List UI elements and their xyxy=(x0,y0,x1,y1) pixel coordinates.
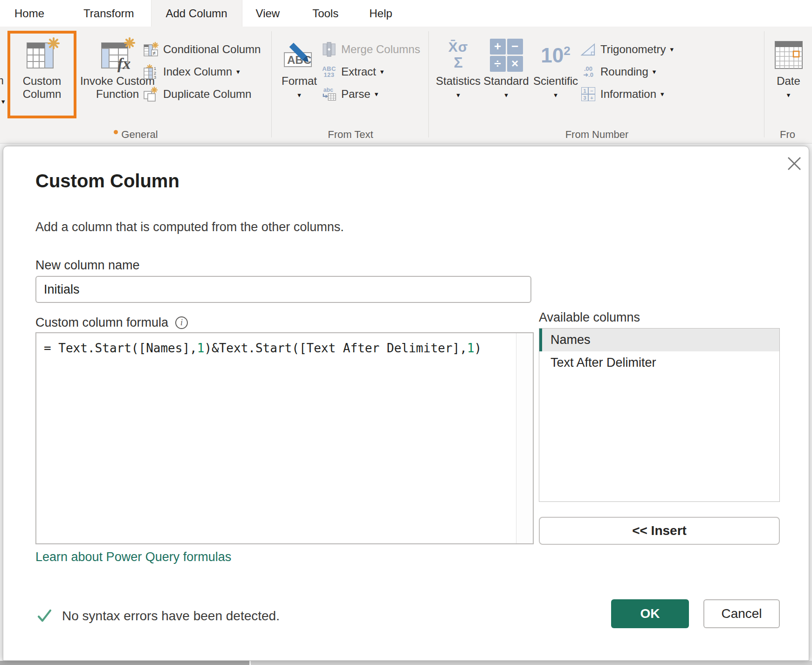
date-button[interactable]: Date ▾ xyxy=(765,27,812,134)
trigonometry-button[interactable]: Trigonometry ▾ xyxy=(581,41,674,58)
statistics-icon: X̄σΣ xyxy=(432,38,484,72)
scientific-button[interactable]: 102 Scientific ▾ xyxy=(531,27,580,134)
chevron-down-icon: ▾ xyxy=(531,91,580,99)
standard-label: Standard xyxy=(482,75,531,88)
svg-text:≠: ≠ xyxy=(153,50,156,56)
annotation-dot xyxy=(114,130,118,134)
conditional-column-label: Conditional Column xyxy=(163,43,261,56)
parse-icon: abc xyxy=(322,87,337,102)
chevron-down-icon: ▾ xyxy=(653,68,656,76)
info-icon[interactable]: i xyxy=(175,316,188,329)
ribbon-group-from-number: X̄σΣ Statistics ▾ +−÷× Standard ▾ 102 Sc… xyxy=(429,27,764,143)
conditional-column-icon: ≠ xyxy=(144,42,158,57)
svg-text:3: 3 xyxy=(154,75,156,79)
insert-button[interactable]: << Insert xyxy=(539,517,780,545)
duplicate-column-icon xyxy=(144,87,158,102)
index-column-label: Index Column xyxy=(163,65,232,78)
svg-text:1: 1 xyxy=(154,66,156,71)
close-icon xyxy=(786,156,802,171)
chevron-down-icon: ▾ xyxy=(482,91,531,99)
formula-editor[interactable]: = Text.Start([Names],1)&Text.Start([Text… xyxy=(35,332,534,544)
new-column-name-label: New column name xyxy=(35,258,140,273)
date-calendar-icon xyxy=(765,38,812,72)
extract-label: Extract xyxy=(341,65,376,78)
tab-transform[interactable]: Transform xyxy=(83,0,134,27)
tab-add-column[interactable]: Add Column xyxy=(151,0,242,27)
chevron-down-icon: ▾ xyxy=(277,91,322,99)
group-label-general: General xyxy=(0,129,272,141)
chevron-down-icon: ▾ xyxy=(1,97,5,106)
ribbon-group-from-date: Date ▾ Fro xyxy=(765,27,812,143)
date-label: Date xyxy=(765,75,812,88)
ribbon-group-general: m ▾ Custom Column xyxy=(0,27,272,143)
index-column-icon: 1 2 3 xyxy=(144,64,158,79)
information-icon: 1−3+ xyxy=(581,87,596,102)
available-columns-label: Available columns xyxy=(539,310,640,325)
chevron-down-icon: ▾ xyxy=(380,68,384,76)
clipped-button-label: m xyxy=(0,74,4,87)
rounding-button[interactable]: .00➜.0 Rounding ▾ xyxy=(581,63,656,81)
chevron-down-icon: ▾ xyxy=(765,91,812,99)
rounding-label: Rounding xyxy=(600,65,648,78)
svg-text:fx: fx xyxy=(117,55,131,72)
scientific-label: Scientific xyxy=(531,75,580,88)
ribbon: m ▾ Custom Column xyxy=(0,27,812,144)
chevron-down-icon: ▾ xyxy=(432,91,484,99)
chevron-down-icon: ▾ xyxy=(375,90,378,98)
ribbon-tab-bar: Home Transform Add Column View Tools Hel… xyxy=(0,0,812,27)
statistics-label: Statistics xyxy=(432,75,484,88)
learn-formulas-link[interactable]: Learn about Power Query formulas xyxy=(35,550,231,564)
custom-column-label: Custom Column xyxy=(7,75,76,101)
information-button[interactable]: 1−3+ Information ▾ xyxy=(581,85,664,103)
format-label: Format xyxy=(277,75,322,88)
tab-tools[interactable]: Tools xyxy=(312,0,338,27)
formula-scrollbar[interactable] xyxy=(516,333,533,543)
formula-text: = Text.Start([Names],1)&Text.Start([Text… xyxy=(44,340,512,356)
ok-button[interactable]: OK xyxy=(611,599,689,628)
duplicate-column-button[interactable]: Duplicate Column xyxy=(144,85,251,103)
chevron-down-icon: ▾ xyxy=(236,68,240,76)
chevron-down-icon: ▾ xyxy=(661,90,664,98)
new-column-name-input[interactable] xyxy=(35,276,531,303)
list-item-names[interactable]: Names xyxy=(539,329,779,351)
chevron-down-icon: ▾ xyxy=(670,45,674,54)
standard-button[interactable]: +−÷× Standard ▾ xyxy=(482,27,531,134)
dialog-title: Custom Column xyxy=(35,171,179,192)
custom-column-formula-label: Custom column formula xyxy=(35,315,168,330)
custom-column-icon xyxy=(7,38,76,72)
svg-text:abc: abc xyxy=(323,87,333,93)
parse-label: Parse xyxy=(341,88,371,101)
parse-button[interactable]: abc Parse ▾ xyxy=(322,85,378,103)
cancel-button[interactable]: Cancel xyxy=(703,599,780,628)
conditional-column-button[interactable]: ≠ Conditional Column xyxy=(144,41,261,58)
extract-button[interactable]: ABC123 Extract ▾ xyxy=(322,63,384,81)
format-button[interactable]: ABC Format ▾ xyxy=(277,27,322,134)
background-table-edge xyxy=(0,661,812,665)
custom-column-button[interactable]: Custom Column xyxy=(7,27,76,134)
merge-columns-button[interactable]: Merge Columns xyxy=(322,41,420,58)
standard-icon: +−÷× xyxy=(482,38,531,72)
duplicate-column-label: Duplicate Column xyxy=(163,88,251,101)
close-button[interactable] xyxy=(785,154,804,173)
information-label: Information xyxy=(600,88,656,101)
trigonometry-label: Trigonometry xyxy=(600,43,666,56)
statistics-button[interactable]: X̄σΣ Statistics ▾ xyxy=(432,27,484,134)
format-icon: ABC xyxy=(277,38,322,72)
merge-columns-label: Merge Columns xyxy=(341,43,420,56)
available-columns-list: Names Text After Delimiter xyxy=(539,328,780,502)
index-column-button[interactable]: 1 2 3 Index Column ▾ xyxy=(144,63,240,81)
ribbon-group-from-text: ABC Format ▾ xyxy=(272,27,429,143)
trigonometry-icon xyxy=(581,42,596,57)
tab-help[interactable]: Help xyxy=(369,0,392,27)
scientific-icon: 102 xyxy=(531,38,580,72)
check-icon xyxy=(37,609,53,623)
tab-view[interactable]: View xyxy=(256,0,280,27)
background-table-edge-left xyxy=(0,661,251,665)
group-label-from-text: From Text xyxy=(272,129,429,141)
dialog-subtitle: Add a column that is computed from the o… xyxy=(35,220,344,234)
list-item-text-after-delimiter[interactable]: Text After Delimiter xyxy=(539,351,779,374)
custom-column-dialog: Custom Column Add a column that is compu… xyxy=(3,146,809,661)
group-label-from-number: From Number xyxy=(429,129,764,141)
selection-accent-bar xyxy=(539,329,542,351)
tab-home[interactable]: Home xyxy=(14,0,44,27)
